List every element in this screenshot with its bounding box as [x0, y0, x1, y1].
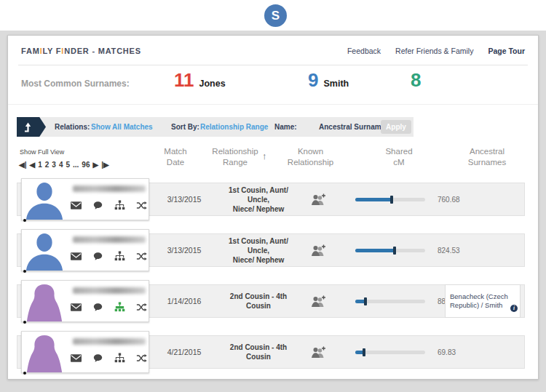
pagination: ◀| ◀ 1 2 3 4 5 ... 96 ▶ |▶ — [19, 161, 109, 169]
match-name-redacted[interactable] — [73, 338, 146, 345]
status-dot — [23, 321, 26, 324]
column-header-ancestral-surnames[interactable]: Ancestral Surnames — [454, 146, 520, 168]
shared-cm-bar-marker[interactable] — [364, 297, 367, 305]
shuffle-icon[interactable] — [135, 250, 148, 262]
next-page-button[interactable]: ▶ — [92, 161, 98, 169]
email-icon[interactable] — [70, 199, 82, 211]
shuffle-icon[interactable] — [135, 301, 148, 313]
page-number[interactable]: 4 — [59, 161, 63, 169]
family-tree-icon[interactable] — [114, 250, 126, 262]
sort-by-label: Sort By: — [171, 117, 199, 137]
relations-arrow-icon — [22, 121, 33, 133]
match-date: 1/14/2016 — [154, 280, 215, 322]
sort-by-value-link[interactable]: Relationship Range — [200, 117, 268, 137]
relationship-line: 1st Cousin, Aunt/ Uncle, — [218, 185, 299, 204]
shared-cm-bar — [355, 300, 425, 303]
match-name-redacted[interactable] — [73, 185, 146, 192]
header-line: Known — [276, 146, 345, 157]
shuffle-icon[interactable] — [135, 199, 148, 211]
title-part: FAM — [21, 47, 40, 55]
match-actions — [70, 301, 148, 313]
page-ellipsis: ... — [73, 161, 79, 169]
column-header-relationship-range[interactable]: Relationship Range — [199, 146, 272, 168]
page-number[interactable]: 3 — [52, 161, 56, 169]
shared-cm-bar-marker[interactable] — [363, 348, 365, 356]
relations-arrow-badge[interactable] — [17, 117, 46, 137]
add-relationship-icon[interactable] — [302, 280, 334, 322]
match-name-redacted[interactable] — [73, 236, 146, 243]
relationship-range: 2nd Cousin - 4th Cousin — [218, 331, 299, 373]
chat-icon[interactable] — [92, 250, 104, 262]
header-line: Date — [146, 157, 205, 168]
add-relationship-icon[interactable] — [302, 229, 334, 271]
header-line: Relationship — [199, 146, 272, 157]
info-icon[interactable]: i — [510, 305, 518, 312]
chat-icon[interactable] — [92, 352, 104, 364]
shared-cm-bar-marker[interactable] — [393, 247, 396, 255]
family-tree-icon[interactable] — [114, 352, 126, 364]
surname-count: 9 — [308, 69, 318, 92]
match-name-redacted[interactable] — [73, 287, 146, 294]
shared-cm-bar — [355, 198, 425, 201]
last-page-button[interactable]: |▶ — [101, 161, 109, 169]
add-relationship-icon[interactable] — [302, 331, 334, 373]
prev-page-button[interactable]: ◀ — [30, 161, 36, 169]
column-header-known-relationship[interactable]: Known Relationship — [276, 146, 345, 168]
page-number[interactable]: 5 — [66, 161, 70, 169]
match-row: 3/13/2015 1st Cousin, Aunt/ Uncle, Niece… — [17, 178, 532, 220]
email-icon[interactable] — [70, 250, 82, 262]
match-date: 4/21/2015 — [154, 331, 215, 373]
shared-cm-bar — [355, 249, 425, 252]
column-header-match-date[interactable]: Match Date — [146, 146, 205, 168]
relations-value-link[interactable]: Show All Matches — [91, 117, 153, 137]
chat-icon[interactable] — [92, 301, 104, 313]
family-tree-icon-linked[interactable] — [114, 301, 126, 313]
sort-up-icon[interactable]: ↑ — [262, 151, 267, 161]
page-number[interactable]: 1 — [38, 161, 42, 169]
avatar-female[interactable] — [23, 333, 66, 372]
header-line: Shared — [366, 146, 432, 157]
first-page-button[interactable]: ◀| — [19, 161, 27, 169]
shared-cm-bar-fill — [355, 300, 365, 303]
header-line: cM — [366, 157, 432, 168]
match-actions — [70, 352, 148, 364]
shared-cm-bar — [355, 351, 425, 354]
match-card — [21, 280, 149, 322]
shuffle-icon[interactable] — [135, 352, 148, 364]
match-date: 3/13/2015 — [154, 178, 215, 220]
shared-cm-bar-marker[interactable] — [390, 196, 393, 204]
refer-friends-link[interactable]: Refer Friends & Family — [395, 47, 473, 55]
column-header-shared-cm[interactable]: Shared cM — [366, 146, 432, 168]
surname-item: 9 Smith — [308, 69, 349, 92]
avatar-male[interactable] — [23, 180, 66, 220]
surname-count: 11 — [174, 69, 194, 92]
show-full-view-link[interactable]: Show Full View — [20, 148, 64, 156]
surname-name: Smith — [323, 79, 349, 89]
email-icon[interactable] — [70, 352, 82, 364]
match-card — [21, 178, 149, 220]
page-number[interactable]: 2 — [45, 161, 50, 169]
ancestral-surnames-cell: Benacheck (Czech Republic) / Smith i — [445, 284, 521, 318]
surname-item: 11 Jones — [174, 69, 226, 92]
shared-cm-value: 69.83 — [438, 331, 481, 373]
surname-item: 8 — [411, 69, 426, 92]
header-line: Surnames — [454, 157, 520, 168]
page-number[interactable]: 96 — [82, 161, 90, 169]
avatar-female[interactable] — [23, 282, 66, 321]
apply-button[interactable]: Apply — [381, 120, 411, 134]
feedback-link[interactable]: Feedback — [347, 47, 381, 55]
email-icon[interactable] — [70, 301, 82, 313]
surnames-label: Most Common Surnames: — [21, 79, 130, 89]
relationship-range: 2nd Cousin - 4th Cousin — [218, 280, 299, 322]
add-relationship-icon[interactable] — [302, 178, 334, 220]
shared-cm-value: 760.68 — [438, 178, 481, 220]
shared-cm-bar-fill — [355, 351, 364, 354]
avatar-male[interactable] — [23, 231, 66, 271]
match-card — [21, 229, 149, 271]
family-tree-icon[interactable] — [114, 199, 126, 211]
match-actions — [70, 199, 148, 211]
chat-icon[interactable] — [92, 199, 104, 211]
page-tour-link[interactable]: Page Tour — [488, 47, 525, 55]
page: S FAMILY FINDER - MATCHES Feedback Refer… — [0, 0, 546, 392]
status-dot — [23, 270, 26, 273]
